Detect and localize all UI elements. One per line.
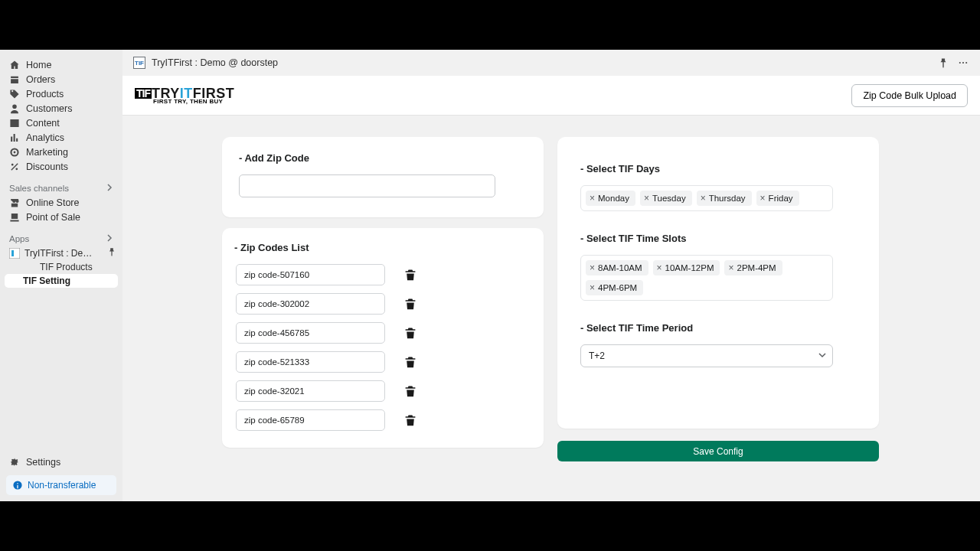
remove-icon[interactable]: × <box>590 193 595 204</box>
nav-products[interactable]: Products <box>0 86 122 101</box>
nav-content[interactable]: Content <box>0 116 122 130</box>
orders-icon <box>9 74 20 85</box>
nav-label: Marketing <box>26 147 68 158</box>
trash-icon[interactable] <box>400 323 420 343</box>
day-chip[interactable]: ×Tuesday <box>640 191 692 206</box>
slot-chip[interactable]: ×8AM-10AM <box>586 260 648 276</box>
trash-icon[interactable] <box>400 352 420 372</box>
zip-item[interactable]: zip code-521333 <box>236 351 385 373</box>
trash-icon[interactable] <box>400 381 420 401</box>
app-icon <box>9 248 20 259</box>
slots-chip-row[interactable]: ×8AM-10AM ×10AM-12PM ×2PM-4PM ×4PM-6PM <box>580 255 833 301</box>
slots-title: - Select TIF Time Slots <box>580 233 856 244</box>
zip-item[interactable]: zip code-65789 <box>236 409 385 431</box>
add-zip-title: - Add Zip Code <box>239 152 527 164</box>
app-entry[interactable]: TryITFirst : Demo @ d... <box>0 246 122 260</box>
trash-icon[interactable] <box>400 410 420 430</box>
zip-list[interactable]: zip code-507160 zip code-302002 zip code… <box>236 264 536 431</box>
trash-icon[interactable] <box>400 265 420 285</box>
svg-rect-0 <box>9 248 20 259</box>
app-entry-label: TryITFirst : Demo @ d... <box>24 248 97 259</box>
section-sales-channels[interactable]: Sales channels <box>0 181 122 195</box>
more-icon[interactable] <box>957 57 969 69</box>
day-chip[interactable]: ×Friday <box>756 191 799 206</box>
zip-item[interactable]: zip code-507160 <box>236 264 385 285</box>
nav-label: Discounts <box>26 161 68 172</box>
svg-point-4 <box>965 62 967 64</box>
svg-point-3 <box>962 62 964 64</box>
period-title: - Select TIF Time Period <box>580 322 856 334</box>
zip-row: zip code-507160 <box>236 264 528 285</box>
card-config: - Select TIF Days ×Monday ×Tuesday ×Thur… <box>557 137 879 429</box>
day-chip[interactable]: ×Monday <box>586 191 635 206</box>
app-sub-setting[interactable]: TIF Setting <box>5 274 118 288</box>
pin-icon[interactable] <box>107 247 116 259</box>
nav-discounts[interactable]: Discounts <box>0 159 122 174</box>
zip-input[interactable] <box>239 174 495 197</box>
nav-customers[interactable]: Customers <box>0 101 122 116</box>
chevron-down-icon <box>818 350 826 361</box>
nav-orders[interactable]: Orders <box>0 72 122 86</box>
zip-item[interactable]: zip code-302002 <box>236 293 385 315</box>
chevron-right-icon <box>106 234 113 243</box>
gear-icon <box>9 457 20 468</box>
save-config-button[interactable]: Save Config <box>557 441 879 461</box>
section-apps[interactable]: Apps <box>0 232 122 246</box>
remove-icon[interactable]: × <box>590 282 595 293</box>
channel-label: Online Store <box>26 197 79 208</box>
slot-chip[interactable]: ×10AM-12PM <box>653 260 720 276</box>
bulk-upload-button[interactable]: Zip Code Bulk Upload <box>851 84 968 107</box>
zip-row: zip code-456785 <box>236 322 528 344</box>
zip-list-title: - Zip Codes List <box>234 242 536 253</box>
nav-label: Products <box>26 89 64 99</box>
zip-row: zip code-302002 <box>236 293 528 315</box>
nav-settings[interactable]: Settings <box>0 455 122 469</box>
pin-icon[interactable] <box>937 57 949 69</box>
zip-row: zip code-521333 <box>236 351 528 373</box>
card-add-zip: - Add Zip Code <box>222 137 544 217</box>
nav-marketing[interactable]: Marketing <box>0 145 122 159</box>
slot-chip[interactable]: ×2PM-4PM <box>724 260 782 276</box>
days-title: - Select TIF Days <box>580 163 856 174</box>
channel-online-store[interactable]: Online Store <box>0 195 122 210</box>
chevron-right-icon <box>106 184 113 193</box>
topbar: TIF TryITFirst : Demo @ doorstep <box>122 50 980 76</box>
remove-icon[interactable]: × <box>644 193 649 204</box>
main: TIF TryITFirst : Demo @ doorstep TIF TRY… <box>122 50 980 501</box>
nav-label: Orders <box>26 74 55 85</box>
app-sub-products[interactable]: TIF Products <box>17 260 122 274</box>
nav-analytics[interactable]: Analytics <box>0 130 122 145</box>
target-icon <box>9 147 20 158</box>
home-icon <box>9 60 20 70</box>
svg-rect-1 <box>11 250 14 256</box>
pos-icon <box>9 212 20 223</box>
remove-icon[interactable]: × <box>590 262 595 273</box>
person-icon <box>9 103 20 114</box>
tag-icon <box>9 89 20 99</box>
period-select[interactable]: T+2 <box>580 344 833 367</box>
remove-icon[interactable]: × <box>728 262 733 273</box>
nav-label: Customers <box>26 103 72 114</box>
nav-label: Content <box>26 118 60 129</box>
remove-icon[interactable]: × <box>701 193 706 204</box>
info-icon <box>12 480 23 491</box>
remove-icon[interactable]: × <box>760 193 766 204</box>
zip-row: zip code-65789 <box>236 409 528 431</box>
store-icon <box>9 197 20 208</box>
day-chip[interactable]: ×Thursday <box>697 191 752 206</box>
channel-label: Point of Sale <box>26 212 80 223</box>
zip-row: zip code-32021 <box>236 380 528 402</box>
slot-chip[interactable]: ×4PM-6PM <box>586 280 643 295</box>
trash-icon[interactable] <box>400 294 420 314</box>
nav-home[interactable]: Home <box>0 57 122 72</box>
page-title: TryITFirst : Demo @ doorstep <box>152 57 278 68</box>
image-icon <box>9 118 20 129</box>
days-chip-row[interactable]: ×Monday ×Tuesday ×Thursday ×Friday <box>580 185 833 211</box>
app-shell: Home Orders Products Customers Content A… <box>0 50 980 501</box>
content: - Add Zip Code - Zip Codes List zip code… <box>122 116 980 501</box>
channel-pos[interactable]: Point of Sale <box>0 210 122 224</box>
nav-label: Home <box>26 60 51 70</box>
remove-icon[interactable]: × <box>657 262 662 273</box>
zip-item[interactable]: zip code-456785 <box>236 322 385 344</box>
zip-item[interactable]: zip code-32021 <box>236 380 385 402</box>
